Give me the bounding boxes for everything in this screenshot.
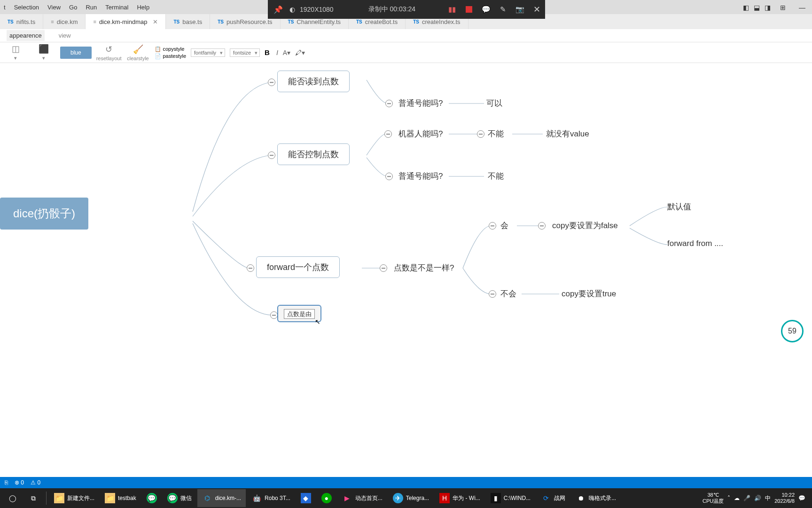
task-folder1[interactable]: 📁新建文件...: [49, 489, 99, 507]
menu-go[interactable]: Go: [69, 4, 77, 11]
warnings-count[interactable]: ⚠ 0: [31, 479, 40, 486]
task-robo3t[interactable]: 🤖Robo 3T...: [247, 489, 295, 507]
contrast-icon[interactable]: ◐: [289, 6, 295, 13]
blue-theme-button[interactable]: blue: [60, 47, 92, 59]
taskview-button[interactable]: ⧉: [23, 489, 43, 507]
tab-dicekm-mindmap[interactable]: ≡dice.km-mindmap✕: [86, 14, 166, 29]
subtab-view[interactable]: view: [56, 30, 74, 41]
italic-button[interactable]: I: [276, 49, 278, 56]
stop-button[interactable]: [461, 0, 477, 19]
tray-speaker-icon[interactable]: 🔊: [754, 495, 761, 501]
collapse-handle[interactable]: [477, 130, 484, 138]
fontsize-select[interactable]: fontsize: [230, 48, 260, 57]
task-app2[interactable]: ●: [317, 489, 336, 507]
pause-button[interactable]: ▮▮: [444, 0, 461, 19]
task-browser[interactable]: ▶动态首页...: [337, 489, 387, 507]
leaf-b1c[interactable]: forward from ....: [667, 239, 723, 248]
leaf-b1[interactable]: 会: [500, 220, 508, 231]
task-app1[interactable]: ◆: [296, 489, 316, 507]
leaf-q1[interactable]: 普通号能吗?: [398, 98, 443, 109]
node-forward[interactable]: forward一个点数: [256, 256, 340, 278]
collapse-handle[interactable]: [247, 264, 254, 272]
menu-run[interactable]: Run: [86, 4, 97, 11]
subtab-appearence[interactable]: appearence: [7, 30, 45, 41]
notifications-icon[interactable]: 💬: [798, 495, 805, 501]
camera-icon[interactable]: 📷: [511, 0, 528, 19]
leaf-a2[interactable]: 不能: [488, 128, 504, 139]
errors-count[interactable]: ⊗ 0: [15, 479, 24, 486]
menu-terminal[interactable]: Terminal: [105, 4, 128, 11]
bgcolor-button[interactable]: 🖍▾: [295, 49, 305, 56]
leaf-a3[interactable]: 不能: [488, 171, 504, 182]
leaf-b1b[interactable]: 默认值: [667, 201, 691, 212]
menu-view[interactable]: View: [47, 4, 61, 11]
rec-dimensions: 1920X1080: [300, 6, 334, 13]
leaf-q3[interactable]: 普通号能吗?: [398, 171, 443, 182]
menu-help[interactable]: Help: [137, 4, 149, 11]
collapse-handle[interactable]: [268, 151, 275, 159]
leaf-b2a[interactable]: copy要设置true: [562, 288, 616, 299]
leaf-q4[interactable]: 点数是不是一样?: [394, 262, 454, 273]
collapse-handle[interactable]: [270, 311, 278, 319]
clock[interactable]: 10:222022/6/8: [774, 492, 795, 504]
collapse-handle[interactable]: [489, 290, 496, 298]
node-control-points[interactable]: 能否控制点数: [277, 143, 350, 165]
pencil-icon[interactable]: ✎: [494, 0, 511, 19]
style-dropdown[interactable]: ⬛▾: [32, 44, 55, 61]
leaf-a2b[interactable]: 就没有value: [546, 128, 589, 139]
layout-bottom-icon[interactable]: ⬓: [754, 4, 760, 11]
task-huawei[interactable]: H华为 - Wi...: [435, 489, 485, 507]
layout-right-icon[interactable]: ◨: [765, 4, 771, 11]
collapse-handle[interactable]: [384, 130, 392, 138]
task-recorder[interactable]: ⏺嗨格式录...: [571, 489, 621, 507]
tray-ime-icon[interactable]: 中: [765, 494, 771, 502]
collapse-handle[interactable]: [268, 79, 275, 86]
leaf-q2[interactable]: 机器人能吗?: [398, 128, 443, 139]
pastestyle-button[interactable]: pastestyle: [163, 53, 187, 59]
root-node[interactable]: dice(扔骰子): [0, 198, 88, 230]
task-vscode[interactable]: ⌬dice.km-...: [197, 489, 246, 507]
fontcolor-button[interactable]: A▾: [283, 49, 290, 56]
task-battlenet[interactable]: ⟳战网: [536, 489, 570, 507]
start-button[interactable]: ◯: [3, 489, 23, 507]
task-folder2[interactable]: 📁testbak: [100, 489, 141, 507]
task-cmd[interactable]: ▮C:\WIND...: [486, 489, 535, 507]
task-telegram[interactable]: ✈Telegra...: [388, 489, 434, 507]
collapse-handle[interactable]: [538, 222, 546, 230]
menu-selection[interactable]: Selection: [14, 4, 39, 11]
fontfamily-select[interactable]: fontfamily: [191, 48, 225, 57]
collapse-handle[interactable]: [489, 222, 496, 230]
node-edit-input[interactable]: 点数是由: [284, 309, 315, 319]
menu-t[interactable]: t: [4, 4, 6, 11]
close-icon[interactable]: ✕: [153, 18, 158, 25]
layout-grid-icon[interactable]: ⊞: [780, 4, 786, 11]
task-wechat-icon[interactable]: 💬: [142, 489, 162, 507]
layout-left-icon[interactable]: ◧: [743, 4, 749, 11]
pin-icon[interactable]: 📌: [273, 5, 283, 14]
tab-dicekm[interactable]: ≡dice.km: [43, 14, 86, 29]
leaf-b1a[interactable]: copy要设置为false: [552, 220, 618, 231]
close-rec-button[interactable]: ✕: [528, 0, 545, 19]
minimize-icon[interactable]: —: [799, 4, 805, 11]
task-wechat[interactable]: 💬微信: [163, 489, 196, 507]
collapse-handle[interactable]: [385, 173, 393, 180]
resetlayout-button[interactable]: ↺resetlayout: [96, 44, 122, 61]
bold-button[interactable]: B: [265, 48, 270, 56]
tray-cloud-icon[interactable]: ☁: [734, 495, 740, 501]
leaf-a1[interactable]: 可以: [486, 98, 502, 109]
cpu-temp[interactable]: 38℃CPU温度: [703, 492, 724, 504]
copystyle-button[interactable]: copystyle: [163, 46, 185, 52]
mindmap-canvas[interactable]: dice(扔骰子) 能否读到点数 能否控制点数 forward一个点数 点数是由…: [0, 71, 812, 484]
tab-base[interactable]: TSbase.ts: [166, 14, 210, 29]
tab-nifits[interactable]: TSnifits.ts: [0, 14, 43, 29]
remote-icon[interactable]: ⎘: [5, 479, 8, 486]
annotate-icon[interactable]: 💬: [477, 0, 494, 19]
tray-mic-icon[interactable]: 🎤: [743, 495, 750, 501]
node-read-points[interactable]: 能否读到点数: [277, 71, 350, 92]
theme-dropdown[interactable]: ◫▾: [4, 44, 27, 61]
collapse-handle[interactable]: [385, 100, 393, 107]
tray-up-icon[interactable]: ˄: [727, 495, 730, 501]
leaf-b2[interactable]: 不会: [500, 288, 516, 299]
collapse-handle[interactable]: [380, 264, 387, 272]
clearstyle-button[interactable]: 🧹clearstyle: [126, 44, 150, 61]
